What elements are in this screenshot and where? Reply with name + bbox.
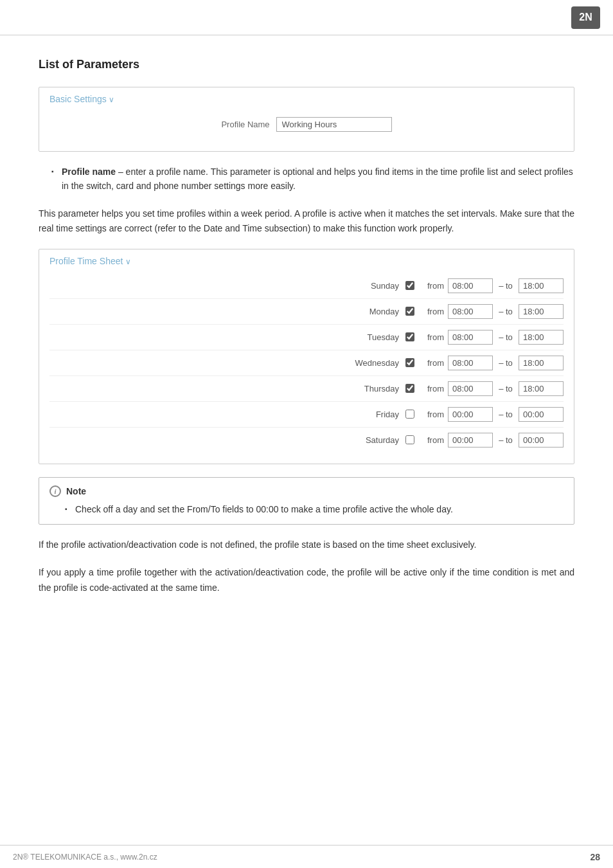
time-sheet-row: Monday from – to <box>49 301 564 322</box>
day-checkbox-thursday[interactable] <box>405 384 414 393</box>
day-label-monday: Monday <box>341 307 399 316</box>
to-label-sunday: – to <box>497 281 515 291</box>
day-label-friday: Friday <box>341 410 399 419</box>
day-checkbox-wednesday[interactable] <box>405 358 414 367</box>
to-time-friday[interactable] <box>519 407 564 422</box>
to-time-saturday[interactable] <box>519 433 564 448</box>
from-label-monday: from <box>421 307 444 316</box>
basic-settings-box: Basic Settings Profile Name <box>39 87 574 152</box>
profile-name-label: Profile Name <box>221 120 269 129</box>
time-sheet-row: Thursday from – to <box>49 378 564 399</box>
day-label-sunday: Sunday <box>341 281 399 291</box>
from-time-saturday[interactable] <box>448 433 493 448</box>
from-time-wednesday[interactable] <box>448 356 493 370</box>
from-label-sunday: from <box>421 281 444 291</box>
page-title: List of Parameters <box>39 58 574 71</box>
day-checkbox-monday[interactable] <box>405 307 414 316</box>
day-label-thursday: Thursday <box>341 384 399 393</box>
profile-name-row: Profile Name <box>49 113 564 138</box>
to-time-tuesday[interactable] <box>519 330 564 345</box>
day-checkbox-friday[interactable] <box>405 410 414 419</box>
to-label-friday: – to <box>497 410 515 419</box>
bullet-section: Profile name – enter a profile name. Thi… <box>39 165 574 194</box>
to-label-thursday: – to <box>497 384 515 393</box>
to-time-monday[interactable] <box>519 304 564 319</box>
from-time-tuesday[interactable] <box>448 330 493 345</box>
para2: If you apply a time profile together wit… <box>39 565 574 595</box>
from-time-friday[interactable] <box>448 407 493 422</box>
from-label-tuesday: from <box>421 332 444 342</box>
note-box: i Note Check off a day and set the From/… <box>39 477 574 525</box>
to-time-wednesday[interactable] <box>519 356 564 370</box>
description-paragraph: This parameter helps you set time profil… <box>39 206 574 236</box>
time-sheet-row: Saturday from – to <box>49 429 564 451</box>
from-time-sunday[interactable] <box>448 278 493 293</box>
profile-time-sheet-box: Profile Time Sheet Sunday from – to Mond… <box>39 249 574 464</box>
to-time-thursday[interactable] <box>519 381 564 396</box>
from-label-saturday: from <box>421 435 444 445</box>
day-label-tuesday: Tuesday <box>341 332 399 342</box>
basic-settings-title[interactable]: Basic Settings <box>49 94 564 104</box>
to-time-sunday[interactable] <box>519 278 564 293</box>
from-label-thursday: from <box>421 384 444 393</box>
note-title: Note <box>66 486 86 496</box>
day-checkbox-saturday[interactable] <box>405 435 414 444</box>
to-label-saturday: – to <box>497 435 515 445</box>
info-icon: i <box>49 485 61 497</box>
bullet-description: – enter a profile name. This parameter i… <box>62 167 573 191</box>
to-label-tuesday: – to <box>497 332 515 342</box>
time-sheet-rows: Sunday from – to Monday from – to Tuesda… <box>49 275 564 451</box>
para1: If the profile activation/deactivation c… <box>39 538 574 552</box>
day-checkbox-sunday[interactable] <box>405 281 414 290</box>
time-sheet-row: Friday from – to <box>49 404 564 425</box>
profile-name-input[interactable] <box>276 117 392 132</box>
from-time-monday[interactable] <box>448 304 493 319</box>
day-label-saturday: Saturday <box>341 435 399 445</box>
footer-bar: 2N® TELEKOMUNIKACE a.s., www.2n.cz 28 <box>0 845 613 868</box>
footer-page: 28 <box>590 852 600 862</box>
time-sheet-row: Tuesday from – to <box>49 327 564 348</box>
day-checkbox-tuesday[interactable] <box>405 332 414 341</box>
day-label-wednesday: Wednesday <box>341 358 399 368</box>
profile-time-sheet-title[interactable]: Profile Time Sheet <box>49 256 564 266</box>
time-sheet-row: Wednesday from – to <box>49 352 564 374</box>
note-item: Check off a day and set the From/To fiel… <box>65 502 564 516</box>
time-sheet-row: Sunday from – to <box>49 275 564 296</box>
note-header: i Note <box>49 485 564 497</box>
bullet-term: Profile name <box>62 167 116 177</box>
to-label-monday: – to <box>497 307 515 316</box>
from-label-wednesday: from <box>421 358 444 368</box>
to-label-wednesday: – to <box>497 358 515 368</box>
footer-company: 2N® TELEKOMUNIKACE a.s., www.2n.cz <box>13 853 157 862</box>
bullet-item: Profile name – enter a profile name. Thi… <box>51 165 574 194</box>
from-label-friday: from <box>421 410 444 419</box>
from-time-thursday[interactable] <box>448 381 493 396</box>
